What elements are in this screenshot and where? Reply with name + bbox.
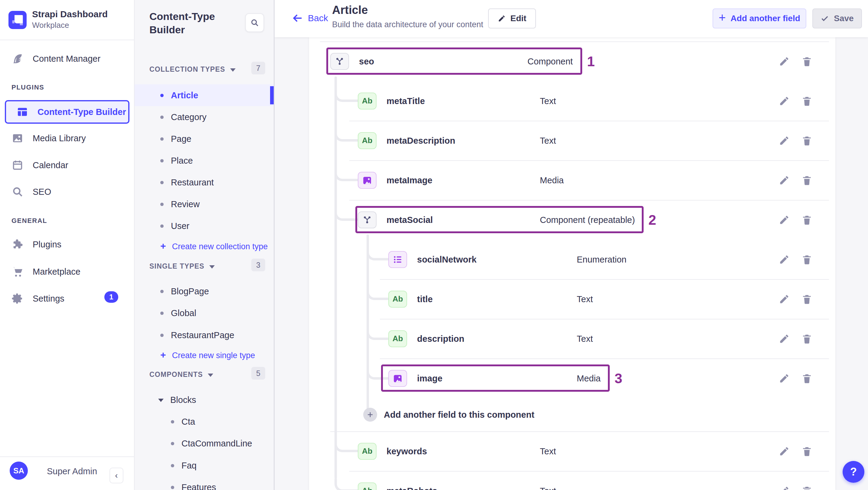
calendar-icon <box>11 159 24 171</box>
row-actions <box>779 214 812 225</box>
text-icon: Ab <box>358 483 376 490</box>
collection-type-review[interactable]: Review <box>134 193 274 215</box>
field-type: Text <box>577 334 593 344</box>
row-actions <box>779 254 812 265</box>
delete-field-button[interactable] <box>802 214 812 225</box>
user-avatar[interactable]: SA <box>10 462 28 480</box>
sidebar-item-marketplace[interactable]: Marketplace <box>0 261 134 282</box>
sidebar-item-calendar[interactable]: Calendar <box>0 154 134 176</box>
component-features[interactable]: Features <box>134 477 274 490</box>
collection-type-page[interactable]: Page <box>134 128 274 150</box>
enumeration-icon <box>388 251 407 268</box>
field-row-metaRobots: AbmetaRobotsText <box>309 471 835 490</box>
strapi-logo-icon <box>8 11 27 29</box>
edit-field-button[interactable] <box>779 96 790 106</box>
panel-search-button[interactable] <box>245 13 264 32</box>
field-type: Component (repeatable) <box>540 215 635 225</box>
single-types-header[interactable]: SINGLE TYPES <box>149 262 215 270</box>
sidebar-item-label: Content Manager <box>33 54 100 64</box>
annotation-number: 2 <box>648 212 656 228</box>
edit-field-button[interactable] <box>779 373 790 384</box>
single-type-restaurantpage[interactable]: RestaurantPage <box>134 324 274 346</box>
field-row-metaImage: metaImageMedia <box>309 160 835 200</box>
bullet-icon <box>160 203 164 206</box>
row-actions <box>779 56 812 67</box>
edit-field-button[interactable] <box>779 333 790 344</box>
collection-type-place[interactable]: Place <box>134 150 274 172</box>
media-icon <box>358 172 376 189</box>
add-another-field-button[interactable]: + Add another field <box>713 8 806 28</box>
bullet-icon <box>160 137 164 141</box>
sidebar-item-seo[interactable]: SEO <box>0 181 134 203</box>
create-collection-type-link[interactable]: + Create new collection type <box>134 236 274 257</box>
collection-type-user[interactable]: User <box>134 215 274 237</box>
single-type-blogpage[interactable]: BlogPage <box>134 280 274 302</box>
text-icon: Ab <box>388 330 407 347</box>
edit-button[interactable]: Edit <box>488 8 536 28</box>
collection-type-article[interactable]: Article <box>134 84 274 106</box>
edit-field-button[interactable] <box>779 446 790 457</box>
sidebar-item-media-library[interactable]: Media Library <box>0 127 134 149</box>
add-field-to-component-label[interactable]: Add another field to this component <box>384 410 534 420</box>
collection-types-count: 7 <box>251 62 265 74</box>
row-divider <box>380 319 829 319</box>
bullet-icon <box>171 420 174 424</box>
delete-field-button[interactable] <box>802 135 812 146</box>
edit-field-button[interactable] <box>779 214 790 225</box>
bullet-icon <box>160 94 164 97</box>
sidebar-item-plugins[interactable]: Plugins <box>0 234 134 255</box>
components-group-blocks[interactable]: Blocks <box>134 389 274 411</box>
delete-field-button[interactable] <box>802 175 812 186</box>
delete-field-button[interactable] <box>802 294 812 305</box>
component-faq[interactable]: Faq <box>134 455 274 477</box>
plus-icon: + <box>160 241 166 252</box>
single-type-global[interactable]: Global <box>134 303 274 324</box>
type-item-label: User <box>171 221 189 231</box>
edit-field-button[interactable] <box>779 56 790 67</box>
sidebar-item-settings[interactable]: Settings 1 <box>0 288 134 309</box>
sidebar-section-general: GENERAL <box>11 217 47 225</box>
fields-card: 1seoComponentAbmetaTitleTextAbmetaDescri… <box>309 37 835 490</box>
edit-field-button[interactable] <box>779 294 790 305</box>
save-button[interactable]: Save <box>812 8 862 28</box>
delete-field-button[interactable] <box>802 373 812 384</box>
component-ctacommandline[interactable]: CtaCommandLine <box>134 433 274 455</box>
add-field-to-component-row: Add another field to this component <box>309 398 835 431</box>
add-field-to-component-button[interactable] <box>363 408 377 422</box>
plus-icon: + <box>160 349 166 361</box>
plus-icon: + <box>719 11 725 25</box>
delete-field-button[interactable] <box>802 486 812 490</box>
edit-field-button[interactable] <box>779 135 790 146</box>
field-row-image: 3imageMedia <box>309 359 835 398</box>
edit-field-button[interactable] <box>779 175 790 186</box>
delete-field-button[interactable] <box>802 254 812 265</box>
collection-types-header[interactable]: COLLECTION TYPES <box>149 65 236 73</box>
delete-field-button[interactable] <box>802 446 812 457</box>
edit-field-button[interactable] <box>779 254 790 265</box>
sidebar-item-content-manager[interactable]: Content Manager <box>0 48 134 69</box>
sidebar-collapse-button[interactable]: ‹ <box>110 468 123 483</box>
check-icon <box>820 14 829 23</box>
sidebar-item-label: Settings <box>33 294 64 304</box>
row-divider <box>380 279 829 280</box>
bullet-icon <box>160 181 164 184</box>
delete-field-button[interactable] <box>802 56 812 67</box>
component-cta[interactable]: Cta <box>134 411 274 432</box>
collection-type-category[interactable]: Category <box>134 106 274 128</box>
back-button[interactable]: Back <box>291 12 328 24</box>
sidebar-item-content-type-builder[interactable]: Content-Type Builder <box>5 100 129 124</box>
help-button[interactable]: ? <box>843 461 864 483</box>
delete-field-button[interactable] <box>802 333 812 344</box>
field-type: Media <box>577 373 601 383</box>
edit-field-button[interactable] <box>779 486 790 490</box>
collection-type-restaurant[interactable]: Restaurant <box>134 172 274 193</box>
components-header[interactable]: COMPONENTS <box>149 370 213 379</box>
feather-icon <box>11 53 24 65</box>
search-icon <box>11 186 24 198</box>
type-item-label: BlogPage <box>171 286 209 297</box>
delete-field-button[interactable] <box>802 96 812 106</box>
field-row-keywords: AbkeywordsText <box>309 431 835 471</box>
field-row-description: AbdescriptionText <box>309 319 835 359</box>
create-single-type-link[interactable]: + Create new single type <box>134 344 274 366</box>
user-name: Super Admin <box>47 466 97 477</box>
